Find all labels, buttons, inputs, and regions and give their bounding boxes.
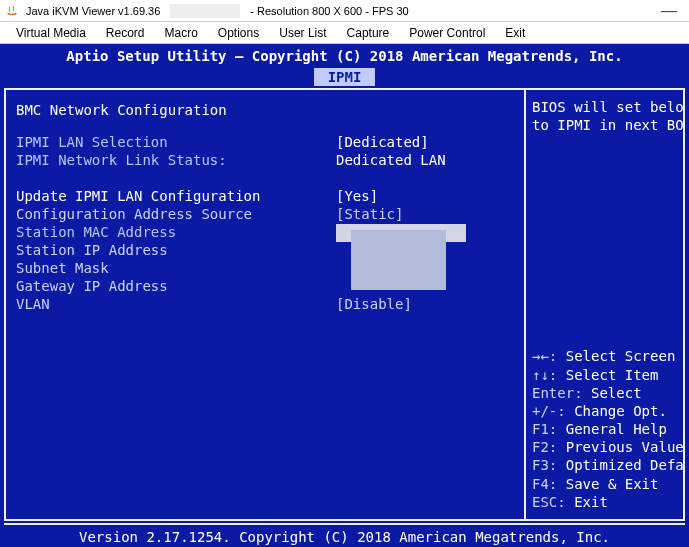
page-title: BMC Network Configuration: [16, 102, 514, 118]
vlan-value: [Disable]: [336, 296, 412, 314]
side-line-1: BIOS will set below s: [532, 98, 677, 116]
bios-side-pane: BIOS will set below s to IPMI in next BO…: [526, 90, 683, 519]
menu-options[interactable]: Options: [208, 24, 269, 42]
menu-virtual-media[interactable]: Virtual Media: [6, 24, 96, 42]
tab-ipmi[interactable]: IPMI: [314, 68, 376, 86]
arrow-ud-icon: ↑↓:: [532, 367, 557, 383]
row-lan-selection: IPMI LAN Selection [Dedicated]: [16, 134, 514, 152]
bios-screen: Aptio Setup Utility – Copyright (C) 2018…: [0, 44, 689, 547]
row-vlan[interactable]: VLAN [Disable]: [16, 296, 514, 314]
help-change-opt: Change Opt.: [574, 403, 667, 419]
bios-header: Aptio Setup Utility – Copyright (C) 2018…: [0, 44, 689, 68]
menu-macro[interactable]: Macro: [155, 24, 208, 42]
help-select-item: Select Item: [566, 367, 659, 383]
minimize-icon[interactable]: —: [661, 3, 677, 19]
window-controls: —: [661, 3, 685, 19]
row-link-status: IPMI Network Link Status: Dedicated LAN: [16, 152, 514, 170]
bios-footer: Version 2.17.1254. Copyright (C) 2018 Am…: [4, 523, 685, 547]
menu-capture[interactable]: Capture: [337, 24, 400, 42]
link-status-value: Dedicated LAN: [336, 152, 446, 170]
key-f2: F2:: [532, 439, 557, 455]
values-redacted-block: [351, 230, 446, 290]
bios-main-pane: BMC Network Configuration IPMI LAN Selec…: [6, 90, 526, 519]
bios-tab-row: IPMI: [0, 68, 689, 88]
help-f4: Save & Exit: [566, 476, 659, 492]
side-help-keys: →←: Select Screen ↑↓: Select Item Enter:…: [532, 337, 677, 511]
key-f3: F3:: [532, 457, 557, 473]
help-enter: Select: [591, 385, 642, 401]
side-line-2: to IPMI in next BOOT: [532, 116, 677, 134]
help-esc: Exit: [574, 494, 608, 510]
mac-label: Station MAC Address: [16, 224, 336, 242]
redacted-host: [170, 4, 240, 18]
help-f1: General Help: [566, 421, 667, 437]
help-f2: Previous Values: [566, 439, 683, 455]
config-source-value: [Static]: [336, 206, 403, 224]
menu-exit[interactable]: Exit: [495, 24, 535, 42]
update-value: [Yes]: [336, 188, 378, 206]
gateway-label: Gateway IP Address: [16, 278, 336, 296]
key-pm: +/-:: [532, 403, 566, 419]
window-title-pre: Java iKVM Viewer v1.69.36: [26, 5, 160, 17]
link-status-label: IPMI Network Link Status:: [16, 152, 336, 170]
lan-selection-label: IPMI LAN Selection: [16, 134, 336, 152]
svg-rect-0: [4, 3, 20, 19]
ip-label: Station IP Address: [16, 242, 336, 260]
menu-user-list[interactable]: User List: [269, 24, 336, 42]
side-description: BIOS will set below s to IPMI in next BO…: [532, 98, 677, 337]
config-source-label: Configuration Address Source: [16, 206, 336, 224]
subnet-label: Subnet Mask: [16, 260, 336, 278]
menubar: Virtual Media Record Macro Options User …: [0, 22, 689, 44]
arrow-lr-icon: →←:: [532, 348, 557, 364]
help-f3: Optimized Default: [566, 457, 683, 473]
bios-content: BMC Network Configuration IPMI LAN Selec…: [4, 88, 685, 521]
key-f4: F4:: [532, 476, 557, 492]
java-icon: [4, 3, 20, 19]
vlan-label: VLAN: [16, 296, 336, 314]
lan-selection-value: [Dedicated]: [336, 134, 429, 152]
menu-power-control[interactable]: Power Control: [399, 24, 495, 42]
window-title-post: - Resolution 800 X 600 - FPS 30: [250, 5, 408, 17]
menu-record[interactable]: Record: [96, 24, 155, 42]
update-label: Update IPMI LAN Configuration: [16, 188, 336, 206]
key-esc: ESC:: [532, 494, 566, 510]
key-enter: Enter:: [532, 385, 583, 401]
row-update-ipmi[interactable]: Update IPMI LAN Configuration [Yes]: [16, 188, 514, 206]
row-config-source[interactable]: Configuration Address Source [Static]: [16, 206, 514, 224]
window-titlebar: Java iKVM Viewer v1.69.36 - Resolution 8…: [0, 0, 689, 22]
key-f1: F1:: [532, 421, 557, 437]
help-select-screen: Select Screen: [566, 348, 676, 364]
